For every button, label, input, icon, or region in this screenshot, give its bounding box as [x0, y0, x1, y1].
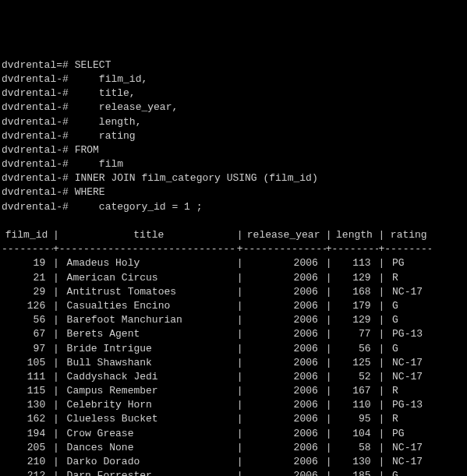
column-separator: | — [326, 342, 332, 356]
cell-title: Bride Intrigue — [59, 342, 237, 356]
cell-rating: PG — [384, 256, 431, 270]
sql-prompt: dvdrental-# — [2, 186, 69, 198]
cell-release-year: 2006 — [243, 299, 326, 313]
column-separator: | — [326, 427, 332, 441]
column-separator: | — [378, 271, 384, 285]
result-table: film_id|title|release_year|length|rating… — [2, 228, 465, 476]
column-separator: | — [53, 299, 59, 313]
column-separator: | — [53, 327, 59, 341]
column-separator: | — [237, 469, 243, 476]
sql-line: dvdrental-# category_id = 1 ; — [2, 200, 465, 214]
cell-rating: NC-17 — [384, 285, 431, 299]
sql-line: dvdrental=# SELECT — [2, 58, 465, 72]
cell-film-id: 19 — [2, 256, 53, 270]
column-separator: | — [53, 412, 59, 426]
cell-release-year: 2006 — [243, 342, 326, 356]
column-separator: | — [326, 313, 332, 327]
column-separator: | — [326, 299, 332, 313]
cell-length: 125 — [331, 356, 378, 370]
cell-film-id: 194 — [2, 427, 53, 441]
cell-title: Casualties Encino — [59, 299, 237, 313]
column-separator: | — [237, 356, 243, 370]
cell-length: 167 — [331, 384, 378, 398]
cell-film-id: 67 — [2, 327, 53, 341]
cell-release-year: 2006 — [243, 469, 326, 476]
table-separator-row: ---------+------------------------------… — [2, 242, 465, 256]
cell-film-id: 126 — [2, 299, 53, 313]
sql-text: film — [69, 158, 123, 170]
column-separator: | — [53, 370, 59, 384]
separator-cross: + — [326, 242, 332, 256]
cell-release-year: 2006 — [243, 384, 326, 398]
cell-title: American Circus — [59, 271, 237, 285]
cell-length: 168 — [331, 285, 378, 299]
cell-release-year: 2006 — [243, 398, 326, 412]
cell-title: Campus Remember — [59, 384, 237, 398]
column-separator: | — [237, 228, 243, 242]
column-separator: | — [237, 412, 243, 426]
column-separator: | — [378, 427, 384, 441]
table-row: 29 | Antitrust Tomatoes|2006 |168 | NC-1… — [2, 285, 465, 299]
table-row: 105 | Bull Shawshank|2006 |125 | NC-17 — [2, 356, 465, 370]
column-separator: | — [326, 441, 332, 455]
cell-rating: G — [384, 342, 431, 356]
table-row: 212 | Darn Forrester|2006 |185 | G — [2, 469, 465, 476]
table-row: 126 | Casualties Encino|2006 |179 | G — [2, 299, 465, 313]
column-separator: | — [53, 356, 59, 370]
cell-title: Dances None — [59, 441, 237, 455]
cell-length: 56 — [331, 342, 378, 356]
table-row: 205 | Dances None|2006 |58 | NC-17 — [2, 441, 465, 455]
column-separator: | — [326, 327, 332, 341]
table-row: 194 | Crow Grease|2006 |104 | PG — [2, 427, 465, 441]
column-separator: | — [378, 285, 384, 299]
column-separator: | — [53, 228, 59, 242]
column-separator: | — [378, 356, 384, 370]
column-separator: | — [53, 441, 59, 455]
cell-film-id: 21 — [2, 271, 53, 285]
cell-release-year: 2006 — [243, 356, 326, 370]
cell-release-year: 2006 — [243, 370, 326, 384]
column-separator: | — [326, 228, 332, 242]
sql-text: release_year, — [69, 101, 178, 113]
cell-film-id: 210 — [2, 455, 53, 469]
column-separator: | — [378, 412, 384, 426]
cell-rating: G — [384, 469, 431, 476]
column-separator: | — [53, 285, 59, 299]
cell-release-year: 2006 — [243, 412, 326, 426]
table-row: 21 | American Circus|2006 |129 | R — [2, 271, 465, 285]
sql-line: dvdrental-# film — [2, 157, 465, 171]
table-row: 97 | Bride Intrigue|2006 |56 | G — [2, 342, 465, 356]
cell-title: Caddyshack Jedi — [59, 370, 237, 384]
table-header-row: film_id|title|release_year|length|rating — [2, 228, 465, 242]
cell-film-id: 97 — [2, 342, 53, 356]
column-separator: | — [53, 342, 59, 356]
sql-prompt: dvdrental-# — [2, 73, 69, 85]
table-row: 56 | Barefoot Manchurian|2006 |129 | G — [2, 313, 465, 327]
column-separator: | — [237, 299, 243, 313]
column-separator: | — [326, 285, 332, 299]
column-separator: | — [237, 370, 243, 384]
column-separator: | — [237, 285, 243, 299]
table-row: 162 | Clueless Bucket|2006 |95 | R — [2, 412, 465, 426]
cell-length: 129 — [331, 271, 378, 285]
separator-cross: + — [237, 242, 243, 256]
header-rating: rating — [384, 228, 431, 242]
header-title: title — [59, 228, 237, 242]
cell-film-id: 212 — [2, 469, 53, 476]
column-separator: | — [237, 441, 243, 455]
column-separator: | — [53, 398, 59, 412]
separator-cross: + — [53, 242, 59, 256]
sql-prompt: dvdrental-# — [2, 116, 69, 128]
column-separator: | — [378, 384, 384, 398]
column-separator: | — [378, 469, 384, 476]
cell-length: 95 — [331, 412, 378, 426]
cell-length: 77 — [331, 327, 378, 341]
cell-rating: PG — [384, 427, 431, 441]
column-separator: | — [53, 455, 59, 469]
cell-film-id: 111 — [2, 370, 53, 384]
column-separator: | — [237, 327, 243, 341]
column-separator: | — [237, 427, 243, 441]
cell-release-year: 2006 — [243, 313, 326, 327]
sql-prompt: dvdrental-# — [2, 87, 69, 99]
sql-prompt: dvdrental-# — [2, 101, 69, 113]
